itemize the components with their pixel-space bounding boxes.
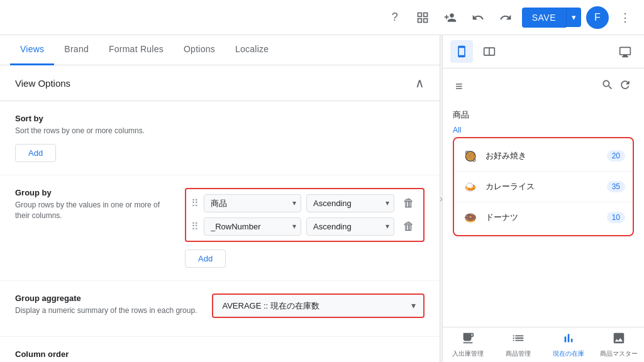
desktop-device-tab[interactable] [614, 40, 636, 63]
nav-label-current-stock: 現在の在庫 [553, 349, 584, 358]
save-button[interactable]: SAVE [522, 8, 566, 28]
group-row-1: ⠿ 商品 _RowNumber Ascending [191, 194, 418, 212]
collapse-button[interactable]: ∧ [415, 75, 425, 90]
avatar-button[interactable]: F [586, 6, 609, 29]
preview-content: ≡ 商品 All 🥘 お好み焼き 20 [443, 69, 644, 362]
view-options-header: View Options ∧ [0, 65, 440, 101]
sort-by-add-button[interactable]: Add [15, 144, 56, 162]
tabs-bar: Views Brand Format Rules Options Localiz… [0, 35, 440, 65]
nav-item-inventory-in-out[interactable]: 入出庫管理 [443, 327, 493, 362]
preview-item-3: 🍩 ドーナツ 10 [454, 202, 633, 233]
group-by-add-button[interactable]: Add [185, 250, 226, 268]
tab-format-rules[interactable]: Format Rules [99, 35, 174, 65]
redo-button[interactable] [494, 6, 517, 29]
view-options-title: View Options [15, 78, 70, 89]
tablet-device-tab[interactable] [478, 40, 501, 63]
order-select-wrapper-2: Ascending Descending [306, 217, 394, 236]
help-button[interactable]: ? [384, 6, 406, 29]
undo-button[interactable] [467, 6, 489, 29]
sort-by-desc: Sort the rows by one or more columns. [15, 126, 425, 136]
field-select-2[interactable]: _RowNumber 商品 [204, 217, 301, 236]
preview-all-label[interactable]: All [453, 123, 634, 137]
device-tabs [443, 35, 644, 69]
group-aggregate-title: Group aggregate [15, 293, 197, 303]
field-select-wrapper-2: _RowNumber 商品 [204, 217, 301, 236]
group-aggregate-desc: Display a numeric summary of the rows in… [15, 305, 197, 316]
right-panel: ≡ 商品 All 🥘 お好み焼き 20 [443, 35, 644, 362]
more-options-button[interactable]: ⋮ [614, 6, 636, 29]
tab-brand[interactable]: Brand [54, 35, 99, 65]
tab-localize[interactable]: Localize [225, 35, 279, 65]
drag-handle-2[interactable]: ⠿ [191, 221, 199, 233]
preview-list: 商品 All 🥘 お好み焼き 20 🍛 カレーライス 35 🍩 [443, 104, 644, 327]
svg-rect-1 [423, 13, 427, 16]
group-row-2: ⠿ _RowNumber 商品 Ascending [191, 217, 418, 236]
svg-rect-0 [418, 13, 421, 16]
order-select-1[interactable]: Ascending Descending [306, 194, 394, 212]
mobile-device-tab[interactable] [450, 40, 473, 63]
nav-label-product-master: 商品マスター [600, 349, 638, 358]
column-order-section: Column order Display columns in a differ… [0, 337, 440, 362]
sort-by-title: Sort by [15, 114, 425, 123]
group-by-section: Group by Group rows by the values in one… [0, 175, 440, 281]
bottom-nav: 入出庫管理 商品管理 現在の在庫 [443, 327, 644, 362]
nav-label-product-management: 商品管理 [506, 349, 531, 358]
preview-category-label: 商品 [453, 104, 634, 123]
preview-badge-3: 10 [607, 212, 625, 223]
preview-item-2: 🍛 カレーライス 35 [454, 172, 633, 202]
group-aggregate-section: Group aggregate Display a numeric summar… [0, 281, 440, 337]
delete-row-2-button[interactable]: 🗑 [399, 219, 418, 234]
column-order-title: Column order [15, 349, 425, 359]
food-icon-3: 🍩 [462, 209, 479, 226]
left-panel: Views Brand Format Rules Options Localiz… [0, 35, 440, 362]
nav-icon-inventory-in-out [461, 331, 475, 348]
group-by-area: ⠿ 商品 _RowNumber Ascending [185, 188, 425, 242]
preview-badge-1: 20 [607, 150, 625, 162]
tab-views[interactable]: Views [10, 35, 54, 65]
preview-badge-2: 35 [607, 181, 625, 192]
svg-rect-2 [418, 18, 421, 22]
nav-item-product-master[interactable]: 商品マスター [594, 327, 644, 362]
nav-item-product-management[interactable]: 商品管理 [493, 327, 543, 362]
save-button-group: SAVE ▾ [522, 8, 581, 28]
grid-button[interactable] [411, 6, 434, 29]
aggregate-wrapper: AVERAGE :: 現在の在庫数 [213, 295, 423, 317]
nav-item-current-stock[interactable]: 現在の在庫 [543, 327, 594, 362]
aggregate-area: AVERAGE :: 現在の在庫数 [212, 293, 425, 318]
preview-item-name-3: ドーナツ [486, 212, 601, 223]
field-select-wrapper-1: 商品 _RowNumber [204, 194, 301, 212]
nav-label-inventory-in-out: 入出庫管理 [452, 349, 484, 358]
main-content: Views Brand Format Rules Options Localiz… [0, 35, 644, 362]
tab-options[interactable]: Options [174, 35, 225, 65]
sort-by-section: Sort by Sort the rows by one or more col… [0, 101, 440, 175]
aggregate-select[interactable]: AVERAGE :: 現在の在庫数 [213, 295, 423, 317]
order-select-2[interactable]: Ascending Descending [306, 217, 394, 236]
group-by-desc: Group rows by the values in one or more … [15, 200, 170, 221]
add-person-button[interactable] [439, 6, 462, 29]
preview-item-1: 🥘 お好み焼き 20 [454, 141, 633, 172]
group-by-title: Group by [15, 188, 170, 197]
svg-rect-3 [423, 18, 427, 22]
preview-refresh-button[interactable] [616, 76, 634, 97]
field-select-1[interactable]: 商品 _RowNumber [204, 194, 301, 212]
save-dropdown-button[interactable]: ▾ [566, 8, 581, 27]
view-options-panel: View Options ∧ Sort by Sort the rows by … [0, 65, 440, 362]
food-icon-1: 🥘 [462, 147, 479, 165]
drag-handle-1[interactable]: ⠿ [191, 197, 199, 209]
preview-header: ≡ [443, 69, 644, 104]
preview-item-name-1: お好み焼き [486, 150, 601, 162]
preview-item-name-2: カレーライス [486, 181, 601, 192]
preview-menu-button[interactable]: ≡ [453, 77, 465, 96]
nav-icon-product-management [511, 331, 525, 348]
food-icon-2: 🍛 [462, 178, 479, 195]
order-select-wrapper-1: Ascending Descending [306, 194, 394, 212]
preview-items-container: 🥘 お好み焼き 20 🍛 カレーライス 35 🍩 ドーナツ 10 [453, 137, 634, 236]
delete-row-1-button[interactable]: 🗑 [399, 195, 418, 211]
nav-icon-current-stock [562, 331, 575, 348]
toolbar: ? SAVE ▾ F ⋮ [0, 0, 644, 35]
nav-icon-product-master [612, 331, 626, 348]
preview-search-button[interactable] [599, 76, 616, 97]
